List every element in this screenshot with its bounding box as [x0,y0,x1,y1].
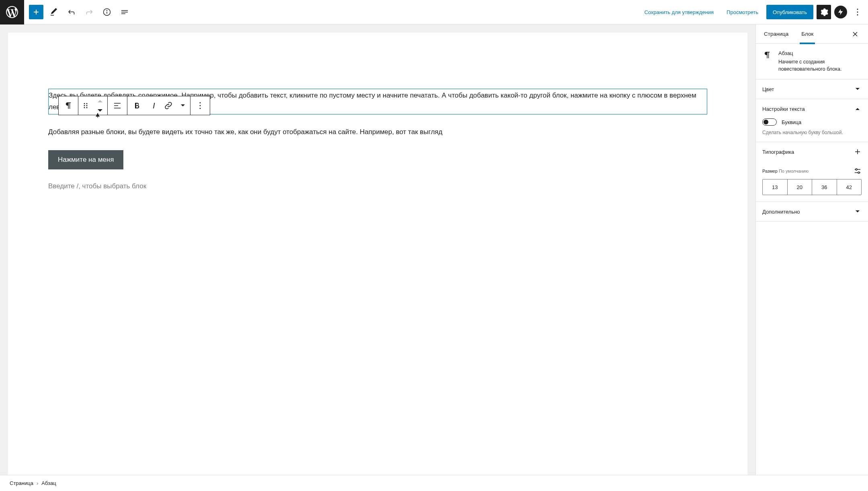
content-button[interactable]: Нажмите на меня [48,150,123,169]
wordpress-logo[interactable] [0,0,24,24]
font-size-buttons: 13 20 36 42 [762,179,862,195]
redo-button[interactable] [82,5,96,19]
font-size-36[interactable]: 36 [812,179,837,195]
svg-point-15 [856,169,857,170]
info-button[interactable] [100,5,114,19]
block-more-options-button[interactable] [190,96,210,115]
bold-button[interactable] [127,96,147,115]
tab-page[interactable]: Страница [762,24,790,44]
breadcrumb-footer: Страница › Абзац [0,475,868,491]
drag-handle-icon[interactable] [78,96,93,115]
settings-sidebar: Страница Блок Абзац Начните с создания п… [755,24,868,475]
svg-point-6 [84,103,85,104]
svg-point-3 [857,9,858,10]
font-size-20[interactable]: 20 [788,179,813,195]
move-up-button[interactable] [93,96,107,106]
panel-color[interactable]: Цвет [756,79,868,99]
settings-button[interactable] [817,5,831,19]
svg-point-2 [107,10,107,11]
paragraph-icon [762,50,772,73]
plus-icon [854,148,862,156]
save-draft-button[interactable]: Сохранить для утверждения [639,5,719,19]
italic-button[interactable] [147,96,161,115]
svg-point-9 [86,105,88,106]
jetpack-button[interactable] [834,6,847,18]
chevron-down-icon [854,85,862,93]
block-appender-placeholder[interactable]: Введите /, чтобы выбрать блок [48,182,707,190]
dropcap-label: Буквица [782,119,801,125]
block-title: Абзац [778,50,862,56]
crumb-page[interactable]: Страница [10,480,33,486]
close-sidebar-button[interactable] [849,28,862,41]
svg-point-11 [86,107,88,108]
panel-typography[interactable]: Типографика [756,142,868,161]
size-label: Размер [762,169,778,173]
list-view-button[interactable] [117,5,132,19]
block-toolbar [58,96,210,115]
svg-point-8 [84,105,85,106]
editor-canvas[interactable]: Здесь вы будете добавлять содержимое. На… [0,24,755,475]
chevron-up-icon [854,105,862,113]
svg-point-4 [857,12,858,13]
publish-button[interactable]: Опубликовать [766,5,813,19]
paragraph-block-2[interactable]: Добавляя разные блоки, вы будете видеть … [48,126,707,139]
move-down-button[interactable] [93,106,107,115]
panel-advanced[interactable]: Дополнительно [756,202,868,221]
svg-point-7 [86,103,88,104]
svg-point-5 [857,14,858,16]
crumb-block[interactable]: Абзац [41,480,56,486]
more-formatting-button[interactable] [176,96,190,115]
more-options-button[interactable] [850,5,865,19]
page-surface: Здесь вы будете добавлять содержимое. На… [8,33,747,475]
tab-block[interactable]: Блок [800,24,815,44]
dropcap-toggle[interactable] [762,118,777,126]
chevron-down-icon [854,208,862,216]
link-button[interactable] [161,96,176,115]
add-block-button[interactable] [29,5,43,19]
panel-text-settings[interactable]: Настройки текста [756,99,868,118]
font-size-13[interactable]: 13 [763,179,788,195]
block-description: Начните с создания повествовательного бл… [778,59,862,73]
edit-mode-button[interactable] [47,5,61,19]
svg-point-13 [200,105,201,106]
preview-button[interactable]: Просмотреть [722,5,763,19]
svg-point-16 [858,172,860,173]
size-default: По умолчанию [779,169,809,173]
block-type-paragraph-icon[interactable] [59,96,78,115]
align-button[interactable] [108,96,127,115]
svg-point-14 [200,108,201,109]
top-toolbar: Сохранить для утверждения Просмотреть Оп… [0,0,868,24]
settings-sliders-icon[interactable] [854,167,862,175]
dropcap-help: Сделать начальную букву большой. [762,130,862,135]
svg-point-12 [200,102,201,104]
font-size-42[interactable]: 42 [837,179,862,195]
crumb-separator-icon: › [37,480,38,486]
svg-point-10 [84,107,85,108]
undo-button[interactable] [64,5,79,19]
